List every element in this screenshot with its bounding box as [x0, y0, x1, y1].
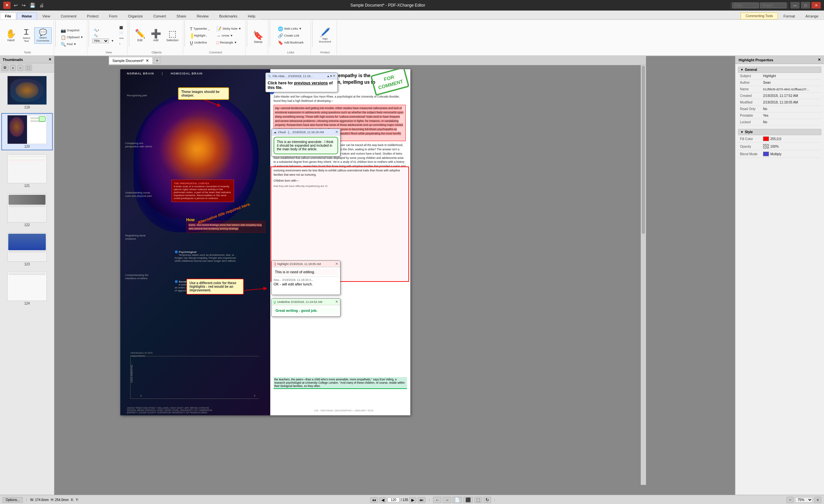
style-section-header[interactable]: ▼ Style: [738, 129, 821, 135]
properties-close[interactable]: ✕: [818, 58, 821, 62]
thumbnail-page-122[interactable]: 122: [1, 192, 53, 229]
close-button[interactable]: ✕: [812, 2, 821, 9]
underline-comment-popup[interactable]: U̲ Underline 2/19/2018, 11:24:52 AM ✕ Gr…: [271, 298, 340, 317]
typewriter-icon: T: [190, 26, 193, 31]
thumbnail-page-120[interactable]: 120: [1, 113, 53, 150]
select-comments-button[interactable]: 💬 SelectComments: [34, 27, 52, 44]
tab-commenting-tools[interactable]: Commenting Tools: [741, 12, 778, 19]
tab-view[interactable]: View: [37, 12, 56, 19]
page-number-input[interactable]: [388, 497, 400, 502]
create-link-button[interactable]: 🔗 Create Link: [276, 33, 305, 39]
view-btn4[interactable]: ↕: [118, 41, 125, 46]
snapshot-button[interactable]: 📷 Snapshot: [59, 27, 85, 34]
sign-document-button[interactable]: 🖊️ SignDocument: [317, 26, 333, 45]
file-attachment-popup[interactable]: 📎 File Attac... 2/19/2018, 11:19... ▲▼ ✕…: [265, 73, 338, 92]
back-view-btn[interactable]: ←: [433, 497, 441, 503]
fit-width-btn[interactable]: ⬛: [463, 497, 473, 503]
tab-arrange[interactable]: Arrange: [801, 12, 823, 19]
file-popup-scroll[interactable]: ▲▼: [327, 75, 332, 78]
tab-share[interactable]: Share: [172, 12, 191, 19]
tab-form[interactable]: Form: [104, 12, 123, 19]
add-bookmark-button[interactable]: 🔖 Add Bookmark: [276, 39, 305, 46]
last-page-btn[interactable]: ⏭: [418, 497, 425, 503]
file-popup-close[interactable]: ✕: [332, 74, 335, 78]
tab-home[interactable]: Home: [17, 12, 37, 19]
thumb-fit-btn[interactable]: ⬚: [25, 65, 32, 71]
zoom-in-btn[interactable]: 🔍+: [92, 28, 116, 33]
first-page-btn[interactable]: ⏮: [370, 497, 378, 503]
minimize-button[interactable]: —: [790, 2, 800, 9]
zoom-select-status[interactable]: 75% 50% 100% 125% 150%: [795, 497, 813, 503]
thumb-zoom-out-btn[interactable]: −: [17, 65, 23, 71]
arrow-button[interactable]: → Arrow ▼: [215, 33, 243, 39]
cloud-comment-popup[interactable]: ☁ Cloud - [... 2/19/2018, 11:16:19 AM ✕ …: [271, 128, 340, 157]
tab-protect[interactable]: Protect: [82, 12, 103, 19]
sticky-note-button[interactable]: 📝 Sticky Note ▼: [215, 26, 243, 32]
edit-button[interactable]: ✏️ Edit: [132, 28, 148, 43]
thumb-settings-btn[interactable]: ⚙: [1, 65, 9, 71]
tab-bookmarks[interactable]: Bookmarks: [214, 12, 242, 19]
underline-popup-close[interactable]: ✕: [335, 300, 338, 304]
tab-help[interactable]: Help: [243, 12, 261, 19]
thumb-zoom-in-btn[interactable]: +: [10, 65, 16, 71]
prev-page-btn[interactable]: ◀: [379, 497, 386, 503]
cloud-popup-close[interactable]: ✕: [335, 130, 338, 134]
next-page-btn[interactable]: ▶: [409, 497, 416, 503]
fit-page-btn[interactable]: 📄: [452, 497, 462, 503]
tab-convert[interactable]: Convert: [148, 12, 171, 19]
tab-format[interactable]: Format: [779, 12, 800, 19]
options-button[interactable]: Options...: [3, 497, 23, 503]
new-tab-button[interactable]: +: [154, 57, 161, 64]
save-btn[interactable]: 💾: [28, 2, 36, 9]
callout-images-sharper[interactable]: These images should be sharper.: [178, 87, 229, 100]
document-area[interactable]: Sample Document* ✕ +: [55, 56, 735, 495]
zoom-in-status-btn[interactable]: +: [814, 497, 821, 503]
search-input[interactable]: [760, 3, 787, 8]
thumbnail-page-121[interactable]: 121: [1, 152, 53, 190]
document-tab[interactable]: Sample Document* ✕: [109, 57, 152, 64]
clipboard-button[interactable]: 📋 Clipboard ▼: [59, 34, 85, 40]
tab-review[interactable]: Review: [192, 12, 214, 19]
forward-view-btn[interactable]: →: [443, 497, 451, 503]
find-input[interactable]: [732, 3, 759, 8]
typewriter-button[interactable]: T Typewriter _: [188, 26, 211, 32]
rotate-btn[interactable]: ↻: [484, 497, 491, 503]
redo-btn[interactable]: ↪: [20, 2, 27, 9]
fit-visible-btn[interactable]: ⬚: [474, 497, 482, 503]
document-tab-close[interactable]: ✕: [146, 58, 149, 63]
zoom-out-btn[interactable]: 🔍-: [92, 33, 116, 38]
view-btn3[interactable]: ⟺: [118, 36, 125, 40]
tab-file[interactable]: File: [0, 12, 16, 19]
general-section-header[interactable]: ▼ General: [738, 67, 821, 73]
thumbnails-close[interactable]: ✕: [48, 57, 51, 62]
selection-button[interactable]: ⬚ Selection: [164, 28, 181, 43]
add-button[interactable]: ➕ Add: [148, 28, 164, 43]
tab-organize[interactable]: Organize: [123, 12, 148, 19]
callout-color-change[interactable]: Use a different color for these highligh…: [186, 279, 244, 295]
highlight-comment-popup[interactable]: ▐ Highlight 2/19/2018, 11:18:05 AM ✕ Thi…: [271, 261, 340, 295]
zoom-controls: − 75% 50% 100% 125% 150% +: [787, 497, 821, 503]
zoom-dropdown[interactable]: ▼: [109, 38, 116, 43]
rectangle-button[interactable]: □ Rectangle ▼: [215, 39, 243, 46]
thumbnail-page-123[interactable]: 123: [1, 231, 53, 268]
underline-button[interactable]: U̲ Underline: [188, 39, 211, 46]
web-links-button[interactable]: 🌐 Web Links ▼: [276, 26, 305, 32]
view-btn2[interactable]: 📄: [118, 31, 125, 35]
thumbnail-page-119[interactable]: 119: [1, 74, 53, 111]
find-button[interactable]: 🔍 Find ▼: [59, 41, 85, 47]
stamp-button[interactable]: 🔖 Stamp: [250, 29, 266, 45]
undo-btn[interactable]: ↩: [12, 2, 19, 9]
highlight-button[interactable]: ▐ Highlight ,: [188, 33, 211, 39]
zoom-out-status-btn[interactable]: −: [787, 497, 794, 503]
file-attachment-header: 📎 File Attac... 2/19/2018, 11:19... ▲▼ ✕: [266, 73, 337, 80]
highlight-scroll[interactable]: [274, 286, 338, 293]
thumbnail-page-124[interactable]: 124: [1, 270, 53, 307]
view-btn1[interactable]: ⬛: [118, 25, 125, 30]
hand-tool-button[interactable]: ✋ Hand: [3, 28, 18, 43]
print-btn[interactable]: 🖨: [38, 2, 45, 9]
zoom-select[interactable]: 75%50%100%: [92, 38, 109, 43]
maximize-button[interactable]: □: [801, 2, 810, 9]
select-text-button[interactable]: Ꮖ SelectText: [19, 27, 34, 44]
tab-comment[interactable]: Comment: [56, 12, 81, 19]
highlight-popup-close[interactable]: ✕: [335, 262, 338, 266]
